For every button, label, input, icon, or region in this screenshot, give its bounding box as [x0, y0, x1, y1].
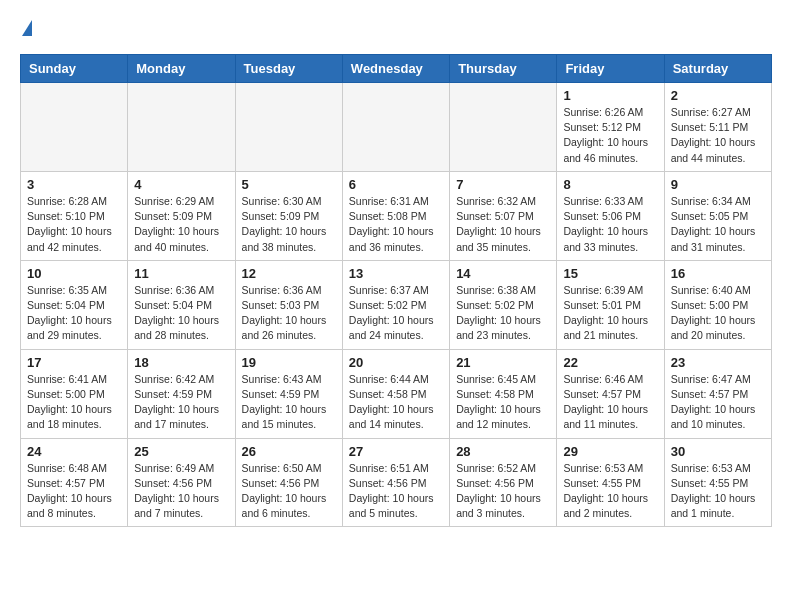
day-number: 23 — [671, 355, 765, 370]
day-info: Sunrise: 6:29 AMSunset: 5:09 PMDaylight:… — [134, 194, 228, 255]
calendar-cell: 25Sunrise: 6:49 AMSunset: 4:56 PMDayligh… — [128, 438, 235, 527]
day-number: 19 — [242, 355, 336, 370]
day-number: 13 — [349, 266, 443, 281]
day-info: Sunrise: 6:52 AMSunset: 4:56 PMDaylight:… — [456, 461, 550, 522]
day-number: 16 — [671, 266, 765, 281]
col-header-sunday: Sunday — [21, 55, 128, 83]
day-info: Sunrise: 6:28 AMSunset: 5:10 PMDaylight:… — [27, 194, 121, 255]
day-info: Sunrise: 6:41 AMSunset: 5:00 PMDaylight:… — [27, 372, 121, 433]
day-number: 14 — [456, 266, 550, 281]
day-number: 7 — [456, 177, 550, 192]
calendar-cell: 12Sunrise: 6:36 AMSunset: 5:03 PMDayligh… — [235, 260, 342, 349]
day-number: 12 — [242, 266, 336, 281]
calendar-cell: 10Sunrise: 6:35 AMSunset: 5:04 PMDayligh… — [21, 260, 128, 349]
day-number: 3 — [27, 177, 121, 192]
calendar-cell: 11Sunrise: 6:36 AMSunset: 5:04 PMDayligh… — [128, 260, 235, 349]
day-number: 17 — [27, 355, 121, 370]
day-info: Sunrise: 6:35 AMSunset: 5:04 PMDaylight:… — [27, 283, 121, 344]
day-number: 21 — [456, 355, 550, 370]
day-number: 9 — [671, 177, 765, 192]
day-number: 11 — [134, 266, 228, 281]
day-number: 10 — [27, 266, 121, 281]
day-info: Sunrise: 6:36 AMSunset: 5:04 PMDaylight:… — [134, 283, 228, 344]
calendar-cell: 22Sunrise: 6:46 AMSunset: 4:57 PMDayligh… — [557, 349, 664, 438]
col-header-saturday: Saturday — [664, 55, 771, 83]
day-info: Sunrise: 6:50 AMSunset: 4:56 PMDaylight:… — [242, 461, 336, 522]
day-info: Sunrise: 6:48 AMSunset: 4:57 PMDaylight:… — [27, 461, 121, 522]
week-row-1: 3Sunrise: 6:28 AMSunset: 5:10 PMDaylight… — [21, 171, 772, 260]
calendar-header-row: SundayMondayTuesdayWednesdayThursdayFrid… — [21, 55, 772, 83]
logo — [20, 20, 32, 38]
day-info: Sunrise: 6:38 AMSunset: 5:02 PMDaylight:… — [456, 283, 550, 344]
day-info: Sunrise: 6:53 AMSunset: 4:55 PMDaylight:… — [671, 461, 765, 522]
day-info: Sunrise: 6:34 AMSunset: 5:05 PMDaylight:… — [671, 194, 765, 255]
week-row-4: 24Sunrise: 6:48 AMSunset: 4:57 PMDayligh… — [21, 438, 772, 527]
day-info: Sunrise: 6:47 AMSunset: 4:57 PMDaylight:… — [671, 372, 765, 433]
logo-triangle-icon — [22, 20, 32, 36]
calendar-cell: 27Sunrise: 6:51 AMSunset: 4:56 PMDayligh… — [342, 438, 449, 527]
day-number: 25 — [134, 444, 228, 459]
calendar-cell: 29Sunrise: 6:53 AMSunset: 4:55 PMDayligh… — [557, 438, 664, 527]
day-number: 30 — [671, 444, 765, 459]
day-number: 15 — [563, 266, 657, 281]
col-header-friday: Friday — [557, 55, 664, 83]
day-number: 6 — [349, 177, 443, 192]
day-number: 1 — [563, 88, 657, 103]
day-number: 29 — [563, 444, 657, 459]
day-info: Sunrise: 6:40 AMSunset: 5:00 PMDaylight:… — [671, 283, 765, 344]
day-info: Sunrise: 6:49 AMSunset: 4:56 PMDaylight:… — [134, 461, 228, 522]
calendar-cell: 24Sunrise: 6:48 AMSunset: 4:57 PMDayligh… — [21, 438, 128, 527]
day-info: Sunrise: 6:33 AMSunset: 5:06 PMDaylight:… — [563, 194, 657, 255]
day-info: Sunrise: 6:45 AMSunset: 4:58 PMDaylight:… — [456, 372, 550, 433]
calendar-cell: 14Sunrise: 6:38 AMSunset: 5:02 PMDayligh… — [450, 260, 557, 349]
calendar-cell: 6Sunrise: 6:31 AMSunset: 5:08 PMDaylight… — [342, 171, 449, 260]
col-header-monday: Monday — [128, 55, 235, 83]
day-info: Sunrise: 6:31 AMSunset: 5:08 PMDaylight:… — [349, 194, 443, 255]
day-info: Sunrise: 6:30 AMSunset: 5:09 PMDaylight:… — [242, 194, 336, 255]
calendar-cell — [342, 83, 449, 172]
calendar-cell — [128, 83, 235, 172]
calendar-table: SundayMondayTuesdayWednesdayThursdayFrid… — [20, 54, 772, 527]
day-number: 27 — [349, 444, 443, 459]
day-info: Sunrise: 6:36 AMSunset: 5:03 PMDaylight:… — [242, 283, 336, 344]
week-row-3: 17Sunrise: 6:41 AMSunset: 5:00 PMDayligh… — [21, 349, 772, 438]
calendar-cell: 17Sunrise: 6:41 AMSunset: 5:00 PMDayligh… — [21, 349, 128, 438]
col-header-thursday: Thursday — [450, 55, 557, 83]
calendar-cell: 8Sunrise: 6:33 AMSunset: 5:06 PMDaylight… — [557, 171, 664, 260]
calendar-cell: 16Sunrise: 6:40 AMSunset: 5:00 PMDayligh… — [664, 260, 771, 349]
day-number: 20 — [349, 355, 443, 370]
day-number: 2 — [671, 88, 765, 103]
calendar-cell — [235, 83, 342, 172]
calendar-cell: 1Sunrise: 6:26 AMSunset: 5:12 PMDaylight… — [557, 83, 664, 172]
week-row-0: 1Sunrise: 6:26 AMSunset: 5:12 PMDaylight… — [21, 83, 772, 172]
calendar-cell: 4Sunrise: 6:29 AMSunset: 5:09 PMDaylight… — [128, 171, 235, 260]
day-info: Sunrise: 6:37 AMSunset: 5:02 PMDaylight:… — [349, 283, 443, 344]
col-header-wednesday: Wednesday — [342, 55, 449, 83]
day-number: 18 — [134, 355, 228, 370]
calendar-cell: 23Sunrise: 6:47 AMSunset: 4:57 PMDayligh… — [664, 349, 771, 438]
day-info: Sunrise: 6:27 AMSunset: 5:11 PMDaylight:… — [671, 105, 765, 166]
day-number: 26 — [242, 444, 336, 459]
day-info: Sunrise: 6:44 AMSunset: 4:58 PMDaylight:… — [349, 372, 443, 433]
day-info: Sunrise: 6:43 AMSunset: 4:59 PMDaylight:… — [242, 372, 336, 433]
calendar-cell: 7Sunrise: 6:32 AMSunset: 5:07 PMDaylight… — [450, 171, 557, 260]
day-number: 22 — [563, 355, 657, 370]
calendar-cell: 26Sunrise: 6:50 AMSunset: 4:56 PMDayligh… — [235, 438, 342, 527]
calendar-cell: 21Sunrise: 6:45 AMSunset: 4:58 PMDayligh… — [450, 349, 557, 438]
calendar-cell: 5Sunrise: 6:30 AMSunset: 5:09 PMDaylight… — [235, 171, 342, 260]
calendar-cell: 3Sunrise: 6:28 AMSunset: 5:10 PMDaylight… — [21, 171, 128, 260]
day-number: 28 — [456, 444, 550, 459]
day-info: Sunrise: 6:46 AMSunset: 4:57 PMDaylight:… — [563, 372, 657, 433]
day-info: Sunrise: 6:51 AMSunset: 4:56 PMDaylight:… — [349, 461, 443, 522]
day-number: 5 — [242, 177, 336, 192]
col-header-tuesday: Tuesday — [235, 55, 342, 83]
calendar-cell: 15Sunrise: 6:39 AMSunset: 5:01 PMDayligh… — [557, 260, 664, 349]
week-row-2: 10Sunrise: 6:35 AMSunset: 5:04 PMDayligh… — [21, 260, 772, 349]
day-number: 8 — [563, 177, 657, 192]
page-header — [20, 20, 772, 38]
day-info: Sunrise: 6:32 AMSunset: 5:07 PMDaylight:… — [456, 194, 550, 255]
day-number: 24 — [27, 444, 121, 459]
day-number: 4 — [134, 177, 228, 192]
day-info: Sunrise: 6:26 AMSunset: 5:12 PMDaylight:… — [563, 105, 657, 166]
calendar-cell: 13Sunrise: 6:37 AMSunset: 5:02 PMDayligh… — [342, 260, 449, 349]
